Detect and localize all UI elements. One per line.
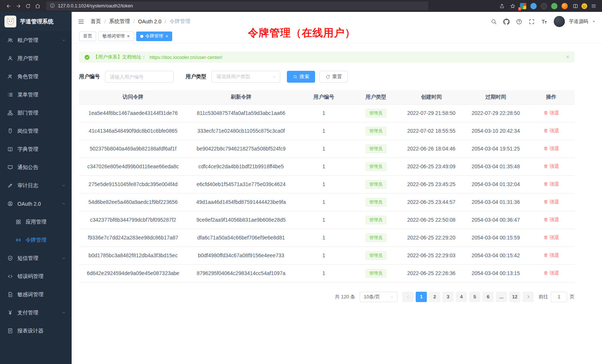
extension-icon-3[interactable] <box>541 3 547 9</box>
browser-menu-icon[interactable] <box>589 1 598 10</box>
prev-page-button[interactable] <box>402 292 413 302</box>
user-type-tag: 管理员 <box>366 180 386 189</box>
force-logout-button[interactable]: 强退 <box>543 128 559 134</box>
refresh-token-cell: dfa6c71a50a54c66bef706ef9e6e8d81 <box>187 229 295 246</box>
sidebar-item-report-designer[interactable]: 报表设计器 <box>0 322 72 340</box>
font-size-icon[interactable] <box>541 19 547 25</box>
search-icon[interactable] <box>491 19 497 25</box>
sidebar-item-label: 岗位管理 <box>17 128 38 135</box>
sidebar-item-role[interactable]: 角色管理 <box>0 67 72 86</box>
goto-page-input[interactable] <box>551 292 567 302</box>
search-button[interactable]: 搜索 <box>287 71 315 83</box>
caret-down-icon[interactable] <box>592 19 596 24</box>
user-type-cell: 管理员 <box>353 158 399 175</box>
reload-icon[interactable] <box>23 1 33 10</box>
user-id-cell: 1 <box>295 264 353 282</box>
force-logout-button[interactable]: 强退 <box>543 252 559 259</box>
forward-icon[interactable] <box>13 1 23 10</box>
page-button-1[interactable]: 1 <box>416 292 427 302</box>
page-button-3[interactable]: 3 <box>442 292 454 302</box>
breadcrumb-item[interactable]: 首页 <box>91 18 101 25</box>
sidebar-fold-icon[interactable] <box>78 18 85 25</box>
sidebar-item-sensitive-word[interactable]: 敏感词管理 <box>0 285 72 304</box>
search-button-label: 搜索 <box>300 73 309 80</box>
pager-ellipsis[interactable]: ... <box>496 292 507 302</box>
sidebar-item-audit-log[interactable]: 审计日志 <box>0 176 72 195</box>
annotation-title: 令牌管理（在线用户） <box>248 26 356 40</box>
share-icon[interactable] <box>497 1 507 10</box>
close-icon[interactable]: × <box>127 34 130 39</box>
back-icon[interactable] <box>4 1 13 10</box>
log-icon <box>7 183 13 188</box>
access-token-cell: b0d1785bc3a8482f812db4a3f3bd15ec <box>79 246 187 264</box>
page-size-select[interactable]: 10条/页 <box>360 292 397 302</box>
force-logout-button[interactable]: 强退 <box>543 181 559 188</box>
next-page-button[interactable] <box>523 292 534 302</box>
action-cell: 强退 <box>528 264 575 282</box>
delete-icon <box>543 217 548 222</box>
force-logout-button[interactable]: 强退 <box>543 270 559 277</box>
force-logout-button[interactable]: 强退 <box>543 163 559 170</box>
user-type-select[interactable]: 请选择用户类型 <box>212 71 280 83</box>
site-info-icon[interactable] <box>50 3 55 9</box>
sidebar-item-dict[interactable]: 字典管理 <box>0 140 72 158</box>
github-icon[interactable] <box>503 19 510 25</box>
page-button-2[interactable]: 2 <box>429 292 440 302</box>
alert-close-icon[interactable]: × <box>566 54 569 60</box>
sidebar-item-label: 令牌管理 <box>26 237 46 244</box>
user-id-input[interactable] <box>105 71 174 83</box>
sidebar-item-sms[interactable]: 短信管理 <box>0 249 72 267</box>
force-logout-button[interactable]: 强退 <box>543 110 559 116</box>
sidebar-item-dept[interactable]: 部门管理 <box>0 104 72 122</box>
force-logout-button[interactable]: 强退 <box>543 199 559 205</box>
user-name[interactable]: 芋道源码 <box>569 18 588 25</box>
sidebar-item-notice[interactable]: 通知公告 <box>0 158 72 176</box>
force-logout-button[interactable]: 强退 <box>543 216 559 223</box>
reset-button[interactable]: 重置 <box>320 71 348 83</box>
content: 【用户体系】文档地址： https://doc.iocoder.cn/user-… <box>72 43 602 364</box>
user-avatar[interactable] <box>554 16 565 27</box>
sidebar-item-user[interactable]: 用户管理 <box>0 49 72 67</box>
url-bar[interactable]: 127.0.0.1:1024/system/oauth2/token <box>46 1 428 10</box>
force-logout-button[interactable]: 强退 <box>543 145 559 152</box>
help-icon[interactable] <box>516 19 522 25</box>
sidebar-item-oauth2-token[interactable]: 令牌管理 <box>0 231 72 249</box>
page-button-4[interactable]: 4 <box>456 292 467 302</box>
alert-link[interactable]: https://doc.iocoder.cn/user-center/ <box>150 54 222 60</box>
sidebar-item-tenant[interactable]: 租户管理 <box>0 31 72 49</box>
breadcrumb-item[interactable]: OAuth 2.0 <box>138 19 161 24</box>
force-logout-button[interactable]: 强退 <box>543 234 559 241</box>
user-type-tag: 管理员 <box>366 162 386 171</box>
extension-icon-4[interactable] <box>551 3 557 9</box>
sidebar-item-error-code[interactable]: 错误码管理 <box>0 267 72 285</box>
tab-sensitive-word[interactable]: 敏感词管理× <box>98 32 134 41</box>
extension-icon-5[interactable] <box>562 3 568 9</box>
access-token-cell: c347026e805e4d99b0d116eae66eda8c <box>79 158 187 175</box>
sidebar-item-pay[interactable]: 支付管理 <box>0 304 72 322</box>
breadcrumb-item[interactable]: 系统管理 <box>109 18 130 25</box>
tab-token[interactable]: 令牌管理× <box>136 32 173 41</box>
extension-icon-2[interactable] <box>530 3 537 9</box>
table-row: c342377bf8b344799dcbf7bf095287f29ce8ef2a… <box>79 211 575 229</box>
sidebar-item-menu[interactable]: 菜单管理 <box>0 86 72 104</box>
user-type-cell: 管理员 <box>353 264 399 282</box>
delete-icon <box>543 271 548 275</box>
action-cell: 强退 <box>528 229 575 246</box>
page-button-5[interactable]: 5 <box>469 292 480 302</box>
home-icon[interactable] <box>33 1 42 10</box>
tab-label: 首页 <box>83 33 92 39</box>
sidebar-item-oauth2-application[interactable]: 应用管理 <box>0 213 72 231</box>
page-button-6[interactable]: 6 <box>482 292 494 302</box>
sidebar-item-oauth2[interactable]: OAuth 2.0 <box>0 195 72 213</box>
sidebar-item-post[interactable]: 岗位管理 <box>0 122 72 140</box>
report-icon <box>7 328 13 334</box>
bookmark-star-icon[interactable] <box>508 1 517 10</box>
sidebar-item-label: 支付管理 <box>17 310 38 316</box>
extension-icon-1[interactable]: 0 <box>520 3 526 9</box>
profile-avatar-icon[interactable] <box>581 3 588 9</box>
close-icon[interactable]: × <box>166 34 169 39</box>
page-button-12[interactable]: 12 <box>509 292 520 302</box>
split-view-icon[interactable] <box>570 1 580 10</box>
tab-home[interactable]: 首页 <box>79 32 96 41</box>
fullscreen-icon[interactable] <box>529 19 535 25</box>
